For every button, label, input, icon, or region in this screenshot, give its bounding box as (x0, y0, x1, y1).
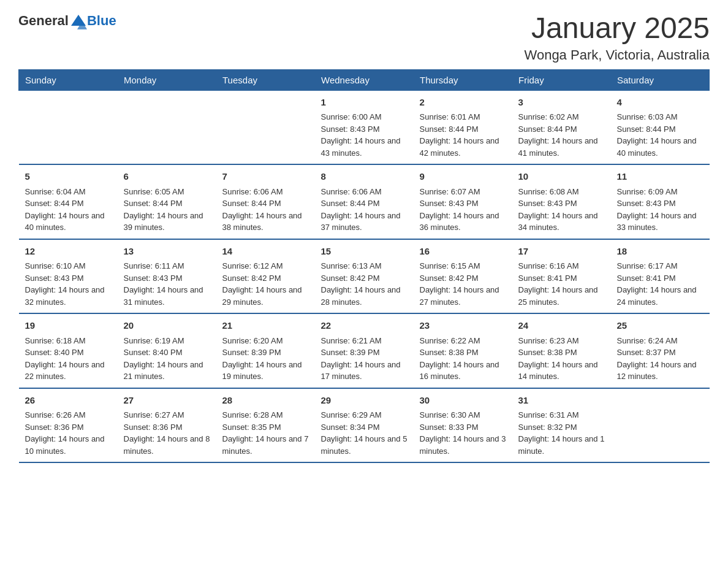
day-info: Sunrise: 6:16 AMSunset: 8:41 PMDaylight:… (518, 260, 605, 308)
day-info: Sunrise: 6:02 AMSunset: 8:44 PMDaylight:… (518, 111, 605, 159)
day-number: 25 (617, 319, 703, 333)
calendar-cell: 11Sunrise: 6:09 AMSunset: 8:43 PMDayligh… (611, 164, 710, 239)
calendar-cell: 7Sunrise: 6:06 AMSunset: 8:44 PMDaylight… (216, 164, 315, 239)
header-cell-tuesday: Tuesday (216, 69, 315, 90)
header-cell-saturday: Saturday (611, 69, 710, 90)
calendar-cell: 5Sunrise: 6:04 AMSunset: 8:44 PMDaylight… (19, 164, 118, 239)
logo-general-text: General (18, 13, 69, 29)
day-info: Sunrise: 6:20 AMSunset: 8:39 PMDaylight:… (222, 335, 309, 383)
day-info: Sunrise: 6:05 AMSunset: 8:44 PMDaylight:… (124, 186, 210, 234)
calendar-cell: 8Sunrise: 6:06 AMSunset: 8:44 PMDaylight… (315, 164, 414, 239)
day-info: Sunrise: 6:10 AMSunset: 8:43 PMDaylight:… (25, 260, 112, 308)
day-info: Sunrise: 6:00 AMSunset: 8:43 PMDaylight:… (321, 111, 408, 159)
calendar-cell: 9Sunrise: 6:07 AMSunset: 8:43 PMDaylight… (414, 164, 512, 239)
page-header: General Blue January 2025 Wonga Park, Vi… (18, 12, 710, 63)
week-row-3: 12Sunrise: 6:10 AMSunset: 8:43 PMDayligh… (19, 239, 710, 314)
day-number: 6 (124, 170, 210, 184)
day-info: Sunrise: 6:11 AMSunset: 8:43 PMDaylight:… (124, 260, 210, 308)
day-number: 2 (420, 96, 506, 110)
calendar-cell: 6Sunrise: 6:05 AMSunset: 8:44 PMDaylight… (118, 164, 216, 239)
day-number: 29 (321, 394, 408, 408)
day-number: 16 (420, 245, 506, 259)
calendar-cell: 2Sunrise: 6:01 AMSunset: 8:44 PMDaylight… (414, 90, 512, 164)
day-info: Sunrise: 6:03 AMSunset: 8:44 PMDaylight:… (617, 111, 703, 159)
calendar-body: 1Sunrise: 6:00 AMSunset: 8:43 PMDaylight… (19, 90, 710, 462)
calendar-cell: 17Sunrise: 6:16 AMSunset: 8:41 PMDayligh… (512, 239, 611, 314)
day-number: 13 (124, 245, 210, 259)
calendar-cell: 14Sunrise: 6:12 AMSunset: 8:42 PMDayligh… (216, 239, 315, 314)
header-cell-wednesday: Wednesday (315, 69, 414, 90)
day-number: 30 (420, 394, 506, 408)
day-info: Sunrise: 6:15 AMSunset: 8:42 PMDaylight:… (420, 260, 506, 308)
calendar-cell: 13Sunrise: 6:11 AMSunset: 8:43 PMDayligh… (118, 239, 216, 314)
calendar-cell: 23Sunrise: 6:22 AMSunset: 8:38 PMDayligh… (414, 313, 512, 388)
day-number: 18 (617, 245, 703, 259)
header-cell-sunday: Sunday (19, 69, 118, 90)
calendar-cell: 4Sunrise: 6:03 AMSunset: 8:44 PMDaylight… (611, 90, 710, 164)
day-info: Sunrise: 6:08 AMSunset: 8:43 PMDaylight:… (518, 186, 605, 234)
day-number: 24 (518, 319, 605, 333)
day-number: 8 (321, 170, 408, 184)
day-info: Sunrise: 6:17 AMSunset: 8:41 PMDaylight:… (617, 260, 703, 308)
day-number: 21 (222, 319, 309, 333)
calendar-cell: 21Sunrise: 6:20 AMSunset: 8:39 PMDayligh… (216, 313, 315, 388)
day-info: Sunrise: 6:18 AMSunset: 8:40 PMDaylight:… (25, 335, 112, 383)
header-cell-monday: Monday (118, 69, 216, 90)
calendar-cell: 18Sunrise: 6:17 AMSunset: 8:41 PMDayligh… (611, 239, 710, 314)
day-info: Sunrise: 6:04 AMSunset: 8:44 PMDaylight:… (25, 186, 112, 234)
header-row: SundayMondayTuesdayWednesdayThursdayFrid… (19, 69, 710, 90)
week-row-1: 1Sunrise: 6:00 AMSunset: 8:43 PMDaylight… (19, 90, 710, 164)
calendar-cell: 27Sunrise: 6:27 AMSunset: 8:36 PMDayligh… (118, 388, 216, 463)
calendar-cell: 26Sunrise: 6:26 AMSunset: 8:36 PMDayligh… (19, 388, 118, 463)
day-info: Sunrise: 6:06 AMSunset: 8:44 PMDaylight:… (321, 186, 408, 234)
calendar-cell: 25Sunrise: 6:24 AMSunset: 8:37 PMDayligh… (611, 313, 710, 388)
day-info: Sunrise: 6:22 AMSunset: 8:38 PMDaylight:… (420, 335, 506, 383)
calendar-cell: 12Sunrise: 6:10 AMSunset: 8:43 PMDayligh… (19, 239, 118, 314)
day-info: Sunrise: 6:01 AMSunset: 8:44 PMDaylight:… (420, 111, 506, 159)
calendar-cell: 24Sunrise: 6:23 AMSunset: 8:38 PMDayligh… (512, 313, 611, 388)
day-number: 1 (321, 96, 408, 110)
calendar-cell (611, 388, 710, 463)
week-row-5: 26Sunrise: 6:26 AMSunset: 8:36 PMDayligh… (19, 388, 710, 463)
calendar-cell: 29Sunrise: 6:29 AMSunset: 8:34 PMDayligh… (315, 388, 414, 463)
day-number: 3 (518, 96, 605, 110)
day-info: Sunrise: 6:31 AMSunset: 8:32 PMDaylight:… (518, 409, 605, 457)
day-number: 19 (25, 319, 112, 333)
day-info: Sunrise: 6:21 AMSunset: 8:39 PMDaylight:… (321, 335, 408, 383)
day-info: Sunrise: 6:23 AMSunset: 8:38 PMDaylight:… (518, 335, 605, 383)
day-info: Sunrise: 6:09 AMSunset: 8:43 PMDaylight:… (617, 186, 703, 234)
day-number: 26 (25, 394, 112, 408)
day-info: Sunrise: 6:28 AMSunset: 8:35 PMDaylight:… (222, 409, 309, 457)
day-number: 27 (124, 394, 210, 408)
logo-blue-text: Blue (87, 13, 116, 29)
day-info: Sunrise: 6:27 AMSunset: 8:36 PMDaylight:… (124, 409, 210, 457)
day-number: 20 (124, 319, 210, 333)
day-number: 5 (25, 170, 112, 184)
calendar-cell: 22Sunrise: 6:21 AMSunset: 8:39 PMDayligh… (315, 313, 414, 388)
header-cell-friday: Friday (512, 69, 611, 90)
day-info: Sunrise: 6:24 AMSunset: 8:37 PMDaylight:… (617, 335, 703, 383)
header-cell-thursday: Thursday (414, 69, 512, 90)
calendar-cell: 19Sunrise: 6:18 AMSunset: 8:40 PMDayligh… (19, 313, 118, 388)
day-info: Sunrise: 6:07 AMSunset: 8:43 PMDaylight:… (420, 186, 506, 234)
calendar-cell: 30Sunrise: 6:30 AMSunset: 8:33 PMDayligh… (414, 388, 512, 463)
calendar-cell: 15Sunrise: 6:13 AMSunset: 8:42 PMDayligh… (315, 239, 414, 314)
day-info: Sunrise: 6:29 AMSunset: 8:34 PMDaylight:… (321, 409, 408, 457)
logo: General Blue (18, 12, 116, 29)
day-number: 14 (222, 245, 309, 259)
day-number: 22 (321, 319, 408, 333)
day-info: Sunrise: 6:13 AMSunset: 8:42 PMDaylight:… (321, 260, 408, 308)
location-title: Wonga Park, Victoria, Australia (525, 47, 710, 63)
title-block: January 2025 Wonga Park, Victoria, Austr… (525, 12, 710, 63)
calendar-cell: 16Sunrise: 6:15 AMSunset: 8:42 PMDayligh… (414, 239, 512, 314)
day-number: 10 (518, 170, 605, 184)
month-title: January 2025 (525, 12, 710, 45)
day-number: 23 (420, 319, 506, 333)
day-number: 31 (518, 394, 605, 408)
day-info: Sunrise: 6:30 AMSunset: 8:33 PMDaylight:… (420, 409, 506, 457)
week-row-2: 5Sunrise: 6:04 AMSunset: 8:44 PMDaylight… (19, 164, 710, 239)
week-row-4: 19Sunrise: 6:18 AMSunset: 8:40 PMDayligh… (19, 313, 710, 388)
day-number: 28 (222, 394, 309, 408)
calendar-cell: 10Sunrise: 6:08 AMSunset: 8:43 PMDayligh… (512, 164, 611, 239)
calendar-cell: 1Sunrise: 6:00 AMSunset: 8:43 PMDaylight… (315, 90, 414, 164)
